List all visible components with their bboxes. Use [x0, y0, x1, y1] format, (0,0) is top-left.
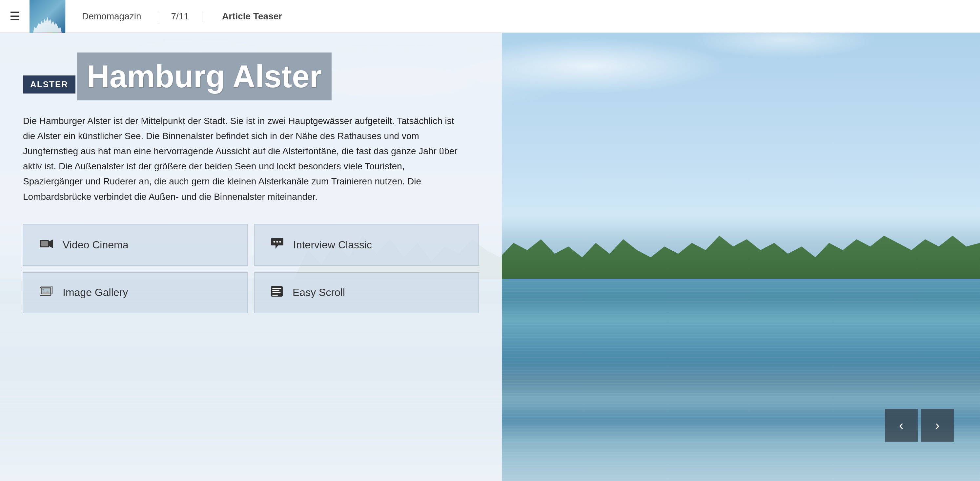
video-cinema-label: Video Cinema [63, 239, 128, 251]
nav-page-indicator: 7/11 [158, 11, 203, 22]
logo-thumbnail[interactable] [30, 0, 65, 33]
prev-arrow[interactable]: ‹ [885, 409, 918, 442]
svg-point-3 [274, 241, 275, 242]
nav-magazine-title: Demomagazin [65, 11, 158, 22]
interview-classic-label: Interview Classic [293, 239, 372, 251]
svg-rect-14 [272, 292, 281, 293]
easy-scroll-button[interactable]: Easy Scroll [254, 272, 479, 313]
navbar: ☰ Demomagazin 7/11 Article Teaser [0, 0, 980, 33]
prev-arrow-icon: ‹ [899, 418, 903, 433]
interview-classic-button[interactable]: Interview Classic [254, 224, 479, 266]
content-inner: ALSTER Hamburg Alster Die Hamburger Alst… [0, 33, 502, 481]
video-cinema-icon [40, 238, 53, 252]
logo-image [30, 0, 65, 33]
easy-scroll-label: Easy Scroll [293, 287, 345, 299]
svg-rect-12 [272, 288, 282, 289]
svg-rect-15 [272, 295, 278, 296]
svg-marker-1 [49, 239, 53, 248]
nav-arrows: ‹ › [885, 409, 954, 442]
content-panel: ALSTER Hamburg Alster Die Hamburger Alst… [0, 33, 502, 481]
next-arrow-icon: › [935, 418, 939, 433]
svg-point-5 [280, 241, 281, 242]
image-gallery-icon [40, 286, 53, 299]
svg-rect-2 [41, 241, 48, 247]
image-gallery-button[interactable]: Image Gallery [23, 272, 248, 313]
hamburger-icon: ☰ [10, 10, 20, 23]
next-arrow[interactable]: › [921, 409, 954, 442]
category-badge: ALSTER [23, 75, 75, 94]
interview-classic-icon [271, 237, 283, 252]
button-grid: Video Cinema Interview Classic [23, 224, 479, 313]
menu-button[interactable]: ☰ [0, 0, 30, 33]
easy-scroll-icon [271, 286, 283, 299]
article-title: Hamburg Alster [77, 53, 332, 100]
video-cinema-button[interactable]: Video Cinema [23, 224, 248, 266]
svg-rect-13 [272, 290, 280, 291]
article-body: Die Hamburger Alster ist der Mittelpunkt… [23, 113, 466, 204]
svg-point-9 [43, 289, 44, 290]
nav-section-title: Article Teaser [202, 11, 302, 22]
image-gallery-label: Image Gallery [63, 287, 128, 299]
svg-point-4 [277, 241, 278, 242]
